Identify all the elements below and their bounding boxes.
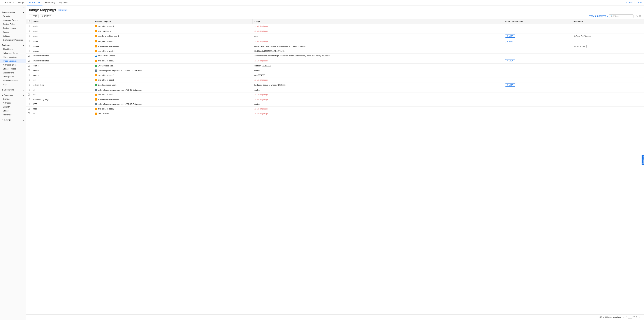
edit-button[interactable]: ✏ EDIT	[29, 14, 38, 18]
sidebar-section-administration: Administration ▾ Projects Users and Grou…	[0, 10, 26, 42]
row-checkbox-cell[interactable]	[26, 68, 32, 73]
row-checkbox[interactable]	[28, 50, 30, 52]
row-checkbox[interactable]	[28, 60, 30, 62]
filter-input[interactable]	[614, 15, 632, 17]
row-checkbox[interactable]	[28, 55, 30, 56]
sidebar-item-users-groups[interactable]: Users and Groups	[0, 18, 26, 22]
warning-icon: ⚠	[254, 94, 256, 96]
sidebar-item-custom-roles[interactable]: Custom Roles	[0, 22, 26, 26]
nav-resources[interactable]: Resources	[2, 0, 16, 5]
row-checkbox[interactable]	[28, 25, 30, 27]
row-checkbox-cell[interactable]	[26, 107, 32, 111]
sidebar-item-projects[interactable]: Projects	[0, 14, 26, 18]
row-checkbox[interactable]	[28, 89, 30, 91]
row-checkbox[interactable]	[28, 103, 30, 105]
refresh-icon[interactable]: ↻	[636, 15, 638, 17]
sidebar-section-configure-header[interactable]: Configure ▾	[0, 43, 26, 47]
sidebar-item-image-mappings[interactable]: Image Mappings	[0, 59, 26, 63]
row-checkbox[interactable]	[28, 98, 30, 100]
sidebar-item-flavor-mappings[interactable]: Flavor Mappings	[0, 55, 26, 59]
row-checkbox-cell[interactable]	[26, 97, 32, 102]
sidebar-section-onboarding-header[interactable]: ⊙ Onboarding ▾	[0, 88, 26, 92]
feedback-tab[interactable]: Feedback	[642, 155, 644, 165]
row-checkbox-cell[interactable]	[26, 49, 32, 53]
sidebar-item-security[interactable]: Security	[0, 105, 26, 109]
info-icon[interactable]: ℹ	[635, 15, 636, 17]
next-page-button[interactable]: ⟩	[636, 316, 638, 319]
view-button[interactable]: 👁 VIEW	[505, 59, 515, 62]
row-checkbox[interactable]	[28, 74, 30, 76]
row-checkbox[interactable]	[28, 93, 30, 95]
row-checkbox[interactable]	[28, 79, 30, 81]
view-ungrouped-button[interactable]: VIEW UNGROUPED ▾	[589, 15, 608, 17]
delete-button[interactable]: ✕ DELETE	[40, 14, 52, 18]
sidebar-item-settings[interactable]: Settings	[0, 34, 26, 38]
missing-image-indicator: ⚠ Missing image	[254, 30, 502, 32]
row-checkbox-cell[interactable]	[26, 58, 32, 63]
row-checkbox[interactable]	[28, 35, 30, 37]
row-checkbox-cell[interactable]	[26, 33, 32, 39]
sidebar-item-network-profiles[interactable]: Network Profiles	[0, 63, 26, 67]
row-checkbox-cell[interactable]	[26, 111, 32, 116]
nav-infrastructure[interactable]: Infrastructure	[27, 0, 43, 5]
nav-design[interactable]: Design	[16, 0, 26, 5]
row-checkbox[interactable]	[28, 108, 30, 110]
prev-page-button[interactable]: ⟨	[625, 316, 627, 319]
view-button[interactable]: 👁 VIEW	[505, 34, 515, 37]
sidebar-item-custom-names[interactable]: Custom Names	[0, 26, 26, 30]
collapse-button[interactable]: «	[23, 6, 24, 9]
row-checkbox-cell[interactable]	[26, 24, 32, 29]
view-button[interactable]: 👁 VIEW	[505, 40, 515, 43]
nav-migration[interactable]: Migration	[57, 0, 70, 5]
row-checkbox-cell[interactable]	[26, 29, 32, 33]
select-all-header[interactable]	[26, 19, 32, 24]
row-checkbox[interactable]	[28, 40, 30, 42]
sidebar-item-kubernetes-zones[interactable]: Kubernetes Zones	[0, 51, 26, 55]
row-checkbox[interactable]	[28, 84, 30, 86]
sidebar-item-cluster-plans[interactable]: Cluster Plans	[0, 71, 26, 75]
sidebar-item-pricing-cards[interactable]: Pricing Cards	[0, 75, 26, 79]
row-checkbox-cell[interactable]	[26, 44, 32, 49]
row-checkbox[interactable]	[28, 65, 30, 67]
row-name: cent-os	[32, 63, 93, 68]
row-checkbox-cell[interactable]	[26, 78, 32, 82]
row-checkbox-cell[interactable]	[26, 92, 32, 97]
row-checkbox-cell[interactable]	[26, 73, 32, 78]
row-checkbox-cell[interactable]	[26, 39, 32, 44]
nav-extensibility[interactable]: Extensibility	[42, 0, 57, 5]
eye-icon: 👁	[507, 35, 508, 37]
sidebar-item-storage-profiles[interactable]: Storage Profiles	[0, 67, 26, 71]
sidebar-item-secrets[interactable]: Secrets	[0, 30, 26, 34]
grid-view-icon[interactable]: ⊞	[639, 15, 641, 17]
last-page-button[interactable]: ⟩⟩	[638, 316, 641, 319]
row-checkbox[interactable]	[28, 112, 30, 114]
sidebar-item-networks[interactable]: Networks	[0, 101, 26, 105]
row-checkbox-cell[interactable]	[26, 63, 32, 68]
row-checkbox-cell[interactable]	[26, 88, 32, 92]
sidebar-item-storage[interactable]: Storage	[0, 109, 26, 113]
image-value: ami-2981896c	[254, 74, 266, 76]
content-area: Image Mappings 83 items ✏ EDIT ✕ DELETE …	[26, 5, 644, 320]
row-checkbox-cell[interactable]	[26, 82, 32, 88]
sidebar-section-resources-header[interactable]: ◈ Resources ▾	[0, 93, 26, 97]
first-page-button[interactable]: ⟨⟨	[622, 316, 625, 319]
sidebar-item-compute[interactable]: Compute	[0, 97, 26, 101]
row-checkbox-cell[interactable]	[26, 53, 32, 58]
row-checkbox[interactable]	[28, 45, 30, 47]
sidebar-item-config-properties[interactable]: Configuration Properties	[0, 38, 26, 42]
sidebar-item-cloud-zones[interactable]: Cloud Zones	[0, 47, 26, 51]
row-checkbox-cell[interactable]	[26, 102, 32, 107]
select-all-checkbox[interactable]	[28, 20, 30, 22]
row-checkbox[interactable]	[28, 69, 30, 71]
sidebar-section-activity-header[interactable]: ◷ Activity ▾	[0, 118, 26, 122]
row-checkbox[interactable]	[28, 30, 30, 32]
sidebar-section-administration-header[interactable]: Administration ▾	[0, 10, 26, 14]
constraint-badge: adcadcas:hard	[573, 45, 586, 48]
sidebar-item-kubernetes[interactable]: Kubernetes	[0, 113, 26, 117]
table-container: Name Account / Regions Image Cloud Confi…	[26, 19, 644, 314]
sidebar-item-terraform-versions[interactable]: Terraform Versions	[0, 79, 26, 83]
view-button[interactable]: 👁 VIEW	[505, 83, 515, 86]
page-number-input[interactable]	[628, 316, 632, 319]
sidebar-item-tags[interactable]: Tags	[0, 83, 26, 87]
guided-setup-link[interactable]: 🖥 GUIDED SETUP	[626, 2, 642, 4]
